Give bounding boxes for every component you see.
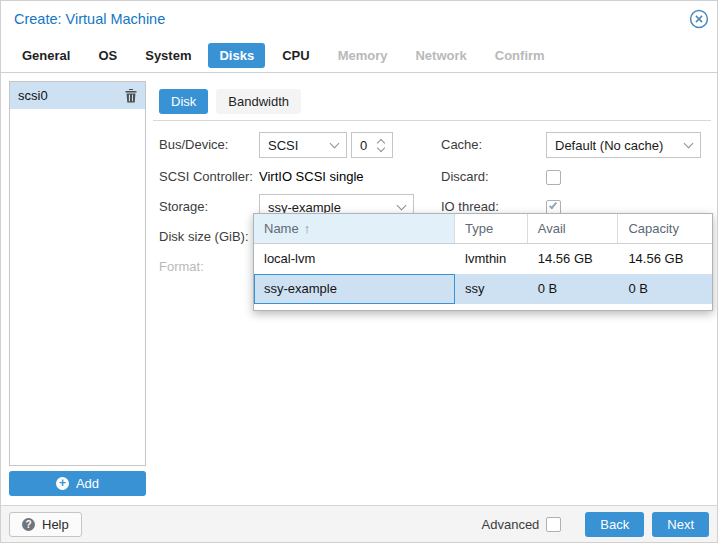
discard-checkbox[interactable] (546, 170, 561, 185)
cell-name: ssy-example (254, 274, 455, 304)
tab-divider (1, 72, 717, 73)
cache-combo[interactable]: Default (No cache) (546, 132, 701, 158)
storage-dropdown-panel: Name↑ Type Avail Capacity local-lvm lvmt… (253, 213, 713, 311)
check-icon (549, 201, 557, 210)
bus-device-label: Bus/Device: (159, 132, 228, 158)
cache-label: Cache: (441, 132, 482, 158)
scsi-controller-label: SCSI Controller: (159, 164, 253, 190)
disk-item-label: scsi0 (18, 88, 125, 103)
storage-row-ssy-example[interactable]: ssy-example ssy 0 B 0 B (254, 274, 712, 304)
chevron-down-icon (684, 138, 694, 148)
disk-list-panel: scsi0 (9, 81, 146, 466)
column-header-capacity[interactable]: Capacity (618, 214, 712, 243)
tab-memory: Memory (327, 43, 399, 68)
disk-size-label: Disk size (GiB): (159, 224, 249, 250)
wizard-tab-bar: General OS System Disks CPU Memory Netwo… (11, 43, 562, 68)
column-header-name-label: Name (264, 221, 299, 236)
dialog-footer: ? Help Advanced Back Next (1, 505, 717, 542)
storage-label: Storage: (159, 194, 208, 220)
scsi-controller-value: VirtIO SCSI single (259, 164, 364, 190)
advanced-checkbox[interactable] (546, 517, 561, 532)
help-button-label: Help (42, 517, 69, 532)
cell-avail: 0 B (528, 274, 619, 304)
chevron-down-icon (330, 138, 340, 148)
window-title: Create: Virtual Machine (14, 11, 165, 27)
bus-combo[interactable]: SCSI (259, 132, 347, 158)
spinner-arrows[interactable] (378, 140, 384, 151)
next-button[interactable]: Next (652, 512, 709, 537)
add-button[interactable]: + Add (9, 471, 146, 496)
subtab-disk[interactable]: Disk (159, 89, 208, 114)
storage-row-local-lvm[interactable]: local-lvm lvmthin 14.56 GB 14.56 GB (254, 244, 712, 274)
cell-capacity: 14.56 GB (618, 244, 712, 274)
add-button-label: Add (76, 476, 99, 491)
cell-type: lvmthin (455, 244, 528, 274)
disk-subtab-bar: Disk Bandwidth (159, 89, 301, 114)
tab-os[interactable]: OS (87, 43, 128, 68)
tab-system[interactable]: System (134, 43, 202, 68)
footer-actions: Advanced Back Next (482, 512, 709, 537)
storage-dropdown-header: Name↑ Type Avail Capacity (254, 214, 712, 244)
bus-number-value: 0 (360, 138, 367, 153)
cell-capacity: 0 B (618, 274, 712, 304)
close-button[interactable] (689, 9, 709, 29)
plus-circle-icon: + (56, 477, 69, 490)
column-header-avail[interactable]: Avail (528, 214, 619, 243)
create-vm-dialog: Create: Virtual Machine General OS Syste… (0, 0, 718, 543)
tab-disks[interactable]: Disks (208, 43, 265, 68)
cell-type: ssy (455, 274, 528, 304)
close-icon (689, 9, 709, 29)
cell-avail: 14.56 GB (528, 244, 619, 274)
column-header-type[interactable]: Type (455, 214, 528, 243)
back-button[interactable]: Back (585, 512, 644, 537)
tab-network: Network (404, 43, 477, 68)
tab-confirm: Confirm (484, 43, 556, 68)
discard-label: Discard: (441, 164, 489, 190)
disk-list-item-scsi0[interactable]: scsi0 (10, 82, 145, 109)
help-icon: ? (22, 518, 35, 531)
cell-name: local-lvm (254, 244, 455, 274)
help-button[interactable]: ? Help (9, 512, 82, 537)
bus-combo-value: SCSI (268, 138, 298, 153)
cache-combo-value: Default (No cache) (555, 138, 663, 153)
column-header-name[interactable]: Name↑ (254, 214, 455, 243)
tab-general[interactable]: General (11, 43, 81, 68)
advanced-label: Advanced (482, 517, 540, 532)
subtab-bandwidth[interactable]: Bandwidth (216, 89, 301, 114)
trash-icon[interactable] (125, 89, 137, 103)
format-label: Format: (159, 254, 204, 280)
chevron-down-icon (397, 200, 407, 210)
bus-number-spinner[interactable]: 0 (351, 132, 393, 158)
subtab-divider (153, 120, 711, 121)
sort-asc-icon: ↑ (304, 221, 311, 236)
tab-cpu[interactable]: CPU (271, 43, 320, 68)
